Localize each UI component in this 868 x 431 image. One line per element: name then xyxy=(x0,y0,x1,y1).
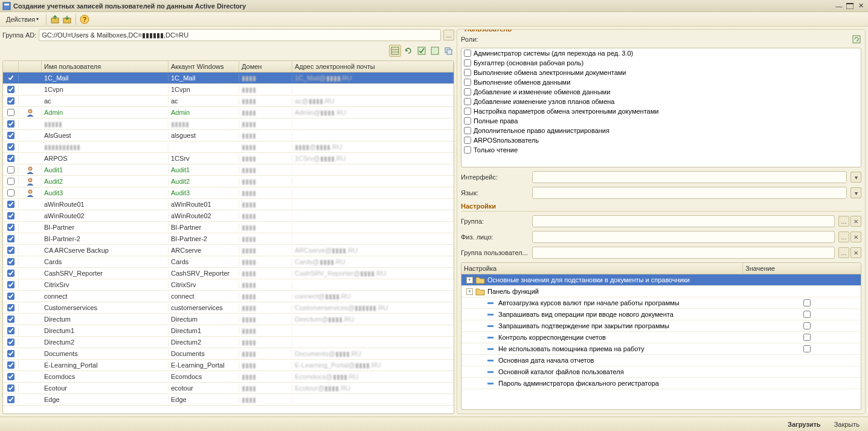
row-checkbox[interactable] xyxy=(7,350,14,357)
settings-row[interactable]: Пароль администратора фискального регист… xyxy=(461,378,861,389)
table-row[interactable]: DocumentsDocuments▮▮▮▮Documents@▮▮▮▮.RU xyxy=(3,348,454,360)
table-row[interactable]: aWinRoute01aWinRoute01▮▮▮▮ xyxy=(3,199,454,210)
table-row[interactable]: CitrixSrvCitrixSrv▮▮▮▮ xyxy=(3,279,454,291)
table-row[interactable]: aWinRoute02aWinRoute02▮▮▮▮ xyxy=(3,210,454,222)
table-row[interactable]: Audit3Audit3▮▮▮▮ xyxy=(3,187,454,199)
row-checkbox[interactable] xyxy=(7,178,14,185)
minimize-button[interactable]: — xyxy=(834,2,844,10)
row-checkbox[interactable] xyxy=(7,327,14,334)
settings-row[interactable]: Автозагрузка курсов валют при начале раб… xyxy=(461,297,861,309)
row-checkbox[interactable] xyxy=(7,339,14,346)
settings-row[interactable]: Запрашивать подтверждение при закрытии п… xyxy=(461,320,861,332)
table-row[interactable]: AlsGuestalsguest▮▮▮▮ xyxy=(3,130,454,141)
setting-value-checkbox[interactable] xyxy=(803,322,811,329)
settings-row[interactable]: Запрашивать вид операции при вводе новог… xyxy=(461,309,861,320)
role-checkbox[interactable] xyxy=(464,117,471,125)
table-row[interactable]: BI-PartnerBI-Partner▮▮▮▮ xyxy=(3,222,454,233)
role-item[interactable]: ARPOSпользователь xyxy=(461,135,861,145)
help-icon[interactable]: ? xyxy=(80,15,89,24)
settings-col-value[interactable]: Значение xyxy=(743,263,861,274)
usergroup-clear-button[interactable]: ✕ xyxy=(850,247,861,258)
role-checkbox[interactable] xyxy=(464,127,471,134)
grid-refresh-icon[interactable] xyxy=(402,45,414,57)
row-checkbox[interactable] xyxy=(7,143,14,151)
expand-icon[interactable]: + xyxy=(466,277,473,284)
row-checkbox[interactable] xyxy=(7,396,14,403)
settings-row[interactable]: Контроль корреспонденции счетов xyxy=(461,332,861,343)
row-checkbox[interactable] xyxy=(7,247,14,254)
table-row[interactable]: AdminAdmin▮▮▮▮Admin@▮▮▮▮.RU xyxy=(3,107,454,118)
role-checkbox[interactable] xyxy=(464,108,471,115)
ad-group-ellipsis-button[interactable]: … xyxy=(443,30,454,41)
expand-icon[interactable]: + xyxy=(466,288,473,295)
table-row[interactable]: 1Cvpn1Cvpn▮▮▮▮ xyxy=(3,84,454,96)
settings-row[interactable]: Не использовать помощника приема на рабо… xyxy=(461,343,861,355)
row-checkbox[interactable] xyxy=(7,86,14,93)
ad-group-input[interactable] xyxy=(39,29,441,41)
role-item[interactable]: Выполнение обменов данными xyxy=(461,77,861,87)
col-header-email[interactable]: Адрес электронной почты xyxy=(292,61,454,72)
row-checkbox[interactable] xyxy=(7,109,14,116)
usergroup-ellipsis-button[interactable]: … xyxy=(838,247,849,258)
settings-row[interactable]: +Основные значения для подстановки в док… xyxy=(461,274,861,286)
setting-value-checkbox[interactable] xyxy=(803,311,811,318)
col-header-domain[interactable]: Домен xyxy=(239,61,292,72)
row-checkbox[interactable] xyxy=(7,166,14,173)
table-row[interactable]: ▮▮▮▮▮▮▮▮▮▮▮▮▮▮▮▮▮▮@▮▮▮▮.RU xyxy=(3,141,454,153)
row-checkbox[interactable] xyxy=(7,258,14,265)
person-input[interactable] xyxy=(532,231,835,243)
table-row[interactable]: EdgeEdge▮▮▮▮ xyxy=(3,394,454,406)
row-checkbox[interactable] xyxy=(7,361,14,369)
table-row[interactable]: DirectumDirectum▮▮▮▮Directum@▮▮▮▮.RU xyxy=(3,314,454,325)
roles-refresh-icon[interactable] xyxy=(852,34,861,44)
role-checkbox[interactable] xyxy=(464,137,471,144)
group-ellipsis-button[interactable]: … xyxy=(838,216,849,227)
role-item[interactable]: Настройка параметров обмена электронными… xyxy=(461,106,861,116)
person-ellipsis-button[interactable]: … xyxy=(838,232,849,242)
row-checkbox[interactable] xyxy=(7,235,14,242)
row-checkbox[interactable] xyxy=(7,384,14,392)
settings-col-name[interactable]: Настройка xyxy=(461,263,743,274)
close-bottom-button[interactable]: Закрыть xyxy=(829,420,864,429)
role-checkbox[interactable] xyxy=(464,69,471,76)
role-item[interactable]: Администратор системы (для перехода на р… xyxy=(461,48,861,58)
row-checkbox[interactable] xyxy=(7,132,14,139)
grid-body[interactable]: 1C_Mail1C_Mail▮▮▮▮1C_Mail@▮▮▮▮.RU1Cvpn1C… xyxy=(3,73,454,413)
grid-view-list-icon[interactable] xyxy=(389,45,401,57)
role-item[interactable]: Выполнение обмена электронными документа… xyxy=(461,68,861,77)
table-row[interactable]: Directum1Directum1▮▮▮▮ xyxy=(3,325,454,337)
grid-copy-icon[interactable] xyxy=(442,45,454,57)
setting-value-checkbox[interactable] xyxy=(803,345,811,352)
settings-row[interactable]: Основная дата начала отчетов xyxy=(461,355,861,366)
grid-uncheck-all-icon[interactable] xyxy=(429,45,441,57)
row-checkbox[interactable] xyxy=(7,74,14,82)
group-input[interactable] xyxy=(532,215,835,227)
table-row[interactable]: BI-Partner-2BI-Partner-2▮▮▮▮ xyxy=(3,233,454,245)
row-checkbox[interactable] xyxy=(7,373,14,380)
row-checkbox[interactable] xyxy=(7,270,14,277)
roles-list[interactable]: Администратор системы (для перехода на р… xyxy=(461,48,861,167)
row-checkbox[interactable] xyxy=(7,304,14,311)
row-checkbox[interactable] xyxy=(7,316,14,323)
table-row[interactable]: Directum2Directum2▮▮▮▮ xyxy=(3,337,454,348)
settings-body[interactable]: +Основные значения для подстановки в док… xyxy=(461,274,861,409)
table-row[interactable]: Customerservicescustomerservices▮▮▮▮Cust… xyxy=(3,302,454,314)
table-row[interactable]: Ecotourecotour▮▮▮▮Ecotour@▮▮▮▮.RU xyxy=(3,383,454,394)
row-checkbox[interactable] xyxy=(7,201,14,208)
role-checkbox[interactable] xyxy=(464,88,471,96)
table-row[interactable]: EcomdocsEcomdocs▮▮▮▮Ecomdocs@▮▮▮▮.RU xyxy=(3,371,454,383)
interface-dropdown-button[interactable]: ▾ xyxy=(850,172,861,183)
menu-actions[interactable]: Действия▾ xyxy=(2,15,42,24)
table-row[interactable]: CardsCards▮▮▮▮Cards@▮▮▮▮.RU xyxy=(3,256,454,268)
role-checkbox[interactable] xyxy=(464,98,471,105)
table-row[interactable]: Audit2Audit2▮▮▮▮ xyxy=(3,176,454,187)
row-checkbox[interactable] xyxy=(7,155,14,162)
table-row[interactable]: acac▮▮▮▮ac@▮▮▮▮.RU xyxy=(3,96,454,107)
setting-value-checkbox[interactable] xyxy=(803,334,811,341)
role-item[interactable]: Добавление и изменение обменов данными xyxy=(461,87,861,97)
role-item[interactable]: Бухгалтер (основная рабочая роль) xyxy=(461,58,861,68)
usergroup-input[interactable] xyxy=(532,247,835,259)
table-row[interactable]: E-Learning_PortalE-Learning_Portal▮▮▮▮E-… xyxy=(3,360,454,371)
interface-input[interactable] xyxy=(532,171,847,183)
load-button[interactable]: Загрузить xyxy=(783,420,826,429)
